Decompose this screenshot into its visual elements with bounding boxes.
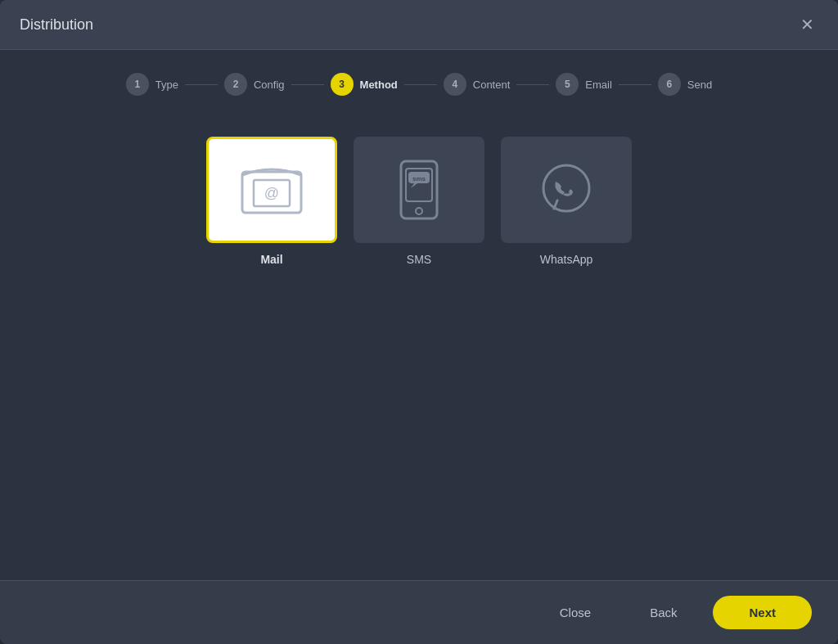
- step-circle-2: 2: [224, 73, 247, 96]
- step-label-config: Config: [254, 79, 285, 91]
- distribution-dialog: Distribution ✕ 1 Type 2 Config 3 Method …: [0, 0, 838, 644]
- close-icon[interactable]: ✕: [795, 13, 818, 36]
- step-label-content: Content: [473, 79, 511, 91]
- method-card-mail[interactable]: @ Mail: [206, 137, 337, 266]
- close-button[interactable]: Close: [537, 597, 614, 628]
- step-label-method: Method: [360, 79, 398, 91]
- step-send: 6 Send: [658, 73, 712, 96]
- mail-label: Mail: [260, 253, 282, 266]
- method-cards: @ Mail: [206, 137, 632, 266]
- step-label-send: Send: [687, 79, 712, 91]
- svg-text:sms: sms: [412, 175, 426, 182]
- step-circle-5: 5: [556, 73, 579, 96]
- sms-label: SMS: [407, 253, 431, 266]
- sms-card-box[interactable]: sms: [354, 137, 484, 243]
- dialog-title: Distribution: [20, 16, 93, 34]
- step-content: 4 Content: [444, 73, 511, 96]
- step-divider-2: [291, 84, 324, 85]
- step-circle-6: 6: [658, 73, 681, 96]
- next-button[interactable]: Next: [713, 596, 812, 629]
- sms-icon: sms: [390, 157, 448, 223]
- method-card-sms[interactable]: sms SMS: [354, 137, 484, 266]
- step-circle-3: 3: [331, 73, 354, 96]
- step-divider-5: [619, 84, 651, 85]
- step-method: 3 Method: [331, 73, 398, 96]
- step-divider-1: [185, 84, 218, 85]
- mail-icon: @: [239, 164, 304, 216]
- dialog-header: Distribution ✕: [0, 0, 838, 50]
- svg-marker-7: [411, 183, 417, 188]
- step-config: 2 Config: [224, 73, 285, 96]
- svg-text:@: @: [264, 185, 279, 201]
- step-divider-3: [404, 84, 437, 85]
- stepper: 1 Type 2 Config 3 Method 4 Content 5 Ema…: [0, 50, 838, 112]
- dialog-footer: Close Back Next: [0, 580, 838, 644]
- step-type: 1 Type: [126, 73, 178, 96]
- whatsapp-icon: [538, 161, 595, 218]
- method-card-whatsapp[interactable]: WhatsApp: [501, 137, 632, 266]
- mail-card-box[interactable]: @: [206, 137, 337, 243]
- step-email: 5 Email: [556, 73, 612, 96]
- whatsapp-card-box[interactable]: [501, 137, 632, 243]
- back-button[interactable]: Back: [627, 597, 700, 628]
- step-circle-4: 4: [444, 73, 466, 96]
- step-label-type: Type: [155, 79, 178, 91]
- step-divider-4: [516, 84, 549, 85]
- whatsapp-label: WhatsApp: [540, 253, 593, 266]
- step-label-email: Email: [585, 79, 612, 91]
- svg-point-9: [543, 165, 589, 211]
- svg-point-5: [416, 208, 422, 214]
- step-circle-1: 1: [126, 73, 149, 96]
- dialog-content: @ Mail: [0, 112, 838, 580]
